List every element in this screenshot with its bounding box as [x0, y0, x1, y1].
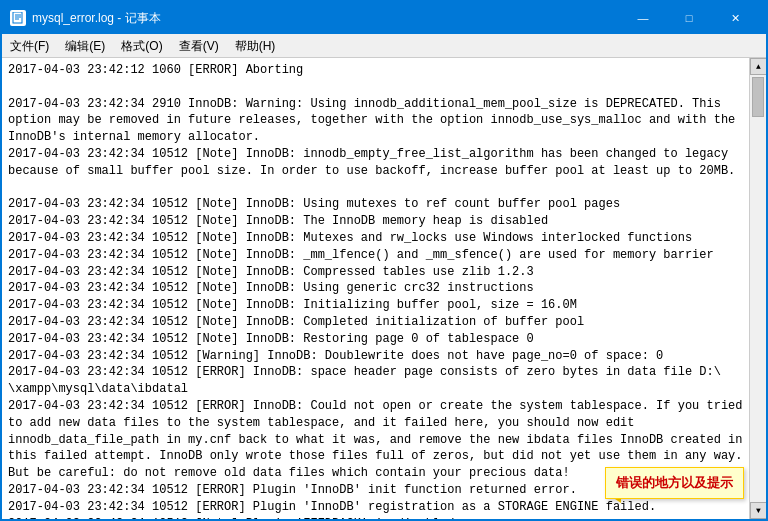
minimize-button[interactable]: — — [620, 2, 666, 34]
menu-help[interactable]: 帮助(H) — [227, 36, 284, 55]
scrollbar-track[interactable] — [750, 75, 766, 502]
menu-format[interactable]: 格式(O) — [113, 36, 170, 55]
log-content[interactable]: 2017-04-03 23:42:12 1060 [ERROR] Abortin… — [2, 58, 749, 519]
title-controls: — □ ✕ — [620, 2, 758, 34]
title-bar: mysql_error.log - 记事本 — □ ✕ — [2, 2, 766, 34]
scroll-down-button[interactable]: ▼ — [750, 502, 766, 519]
menu-view[interactable]: 查看(V) — [171, 36, 227, 55]
window-title: mysql_error.log - 记事本 — [32, 10, 161, 27]
content-area: 2017-04-03 23:42:12 1060 [ERROR] Abortin… — [2, 58, 766, 519]
title-bar-left: mysql_error.log - 记事本 — [10, 10, 161, 27]
main-window: mysql_error.log - 记事本 — □ ✕ 文件(F) 编辑(E) … — [0, 0, 768, 521]
menu-edit[interactable]: 编辑(E) — [57, 36, 113, 55]
close-button[interactable]: ✕ — [712, 2, 758, 34]
notepad-icon — [10, 10, 26, 26]
menu-bar: 文件(F) 编辑(E) 格式(O) 查看(V) 帮助(H) — [2, 34, 766, 58]
maximize-button[interactable]: □ — [666, 2, 712, 34]
tooltip-text: 错误的地方以及提示 — [616, 475, 733, 490]
tooltip-box: 错误的地方以及提示 — [605, 467, 744, 499]
scroll-up-button[interactable]: ▲ — [750, 58, 766, 75]
scrollbar-thumb[interactable] — [752, 77, 764, 117]
menu-file[interactable]: 文件(F) — [2, 36, 57, 55]
vertical-scrollbar[interactable]: ▲ ▼ — [749, 58, 766, 519]
